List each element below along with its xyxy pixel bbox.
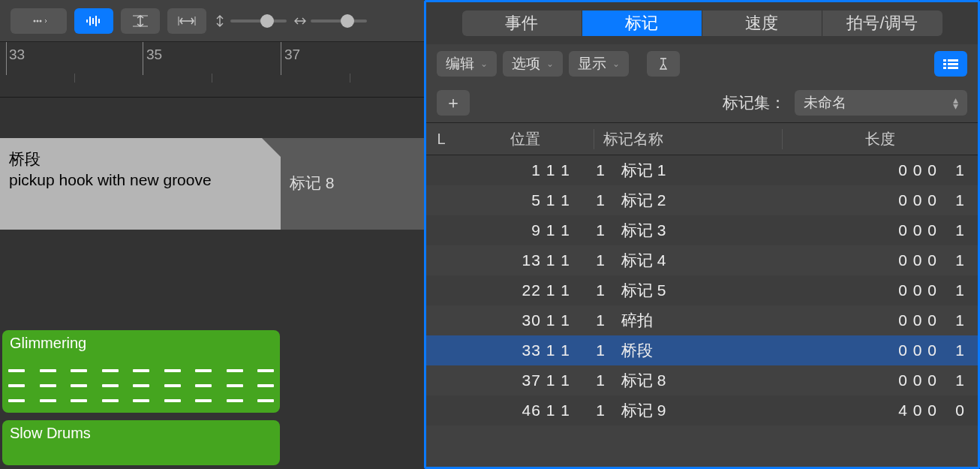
timeline-panel: 33 35 37 桥段 pickup hook with new groove … [0, 0, 424, 469]
row-name[interactable]: 标记 5 [612, 280, 783, 301]
row-position-sub[interactable]: 1 [576, 401, 612, 419]
marker-row[interactable]: 13 1 11标记 40 0 01 [426, 245, 978, 275]
row-length[interactable]: 4 0 0 [783, 401, 945, 419]
add-marker-button[interactable]: ＋ [437, 90, 470, 116]
marker-row[interactable]: 46 1 11标记 94 0 00 [426, 395, 978, 425]
tracks-area[interactable]: 桥段 pickup hook with new groove 标记 8 Glim… [0, 98, 424, 469]
svg-rect-5 [92, 18, 94, 24]
marker-row[interactable]: 22 1 11标记 50 0 01 [426, 275, 978, 305]
row-length-sub[interactable]: 1 [945, 161, 978, 179]
row-length-sub[interactable]: 1 [945, 341, 978, 359]
marker-region-8[interactable]: 标记 8 [281, 138, 424, 230]
clip-slow-drums[interactable]: Slow Drums [2, 420, 280, 465]
row-position-sub[interactable]: 1 [576, 341, 612, 359]
row-length[interactable]: 0 0 0 [783, 281, 945, 299]
horizontal-zoom[interactable] [294, 15, 367, 27]
svg-rect-6 [95, 16, 97, 26]
marker-set-dropdown[interactable]: 未命名 ▴▾ [795, 90, 967, 116]
row-length[interactable]: 0 0 0 [783, 161, 945, 179]
row-position-sub[interactable]: 1 [576, 161, 612, 179]
row-name[interactable]: 标记 8 [612, 370, 783, 391]
row-length[interactable]: 0 0 0 [783, 251, 945, 269]
row-length-sub[interactable]: 1 [945, 221, 978, 239]
display-menu[interactable]: 显示⌄ [569, 51, 629, 77]
marker-row[interactable]: 1 1 11标记 10 0 01 [426, 155, 978, 185]
row-position-sub[interactable]: 1 [576, 311, 612, 329]
row-length-sub[interactable]: 1 [945, 251, 978, 269]
marker-list[interactable]: 1 1 11标记 10 0 015 1 11标记 20 0 019 1 11标记… [426, 155, 978, 467]
marker-region-bridge[interactable]: 桥段 pickup hook with new groove [0, 138, 281, 230]
tab-markers[interactable]: 标记 [582, 11, 702, 36]
svg-point-2 [39, 20, 41, 22]
marker-row[interactable]: 9 1 11标记 30 0 01 [426, 215, 978, 245]
ruler-number: 35 [146, 47, 162, 63]
row-name[interactable]: 标记 3 [612, 220, 783, 241]
row-length[interactable]: 0 0 0 [783, 311, 945, 329]
row-name[interactable]: 标记 1 [612, 160, 783, 181]
row-position[interactable]: 5 1 1 [456, 191, 576, 209]
list-view-button[interactable] [934, 51, 967, 77]
row-length[interactable]: 0 0 0 [783, 221, 945, 239]
tab-events[interactable]: 事件 [462, 11, 582, 36]
horizontal-snap-button[interactable] [167, 8, 206, 34]
row-length[interactable]: 0 0 0 [783, 341, 945, 359]
row-position[interactable]: 9 1 1 [456, 221, 576, 239]
marker-row[interactable]: 37 1 11标记 80 0 01 [426, 365, 978, 395]
svg-point-0 [33, 20, 35, 22]
clip-label: Glimmering [10, 335, 86, 351]
marker-subtitle: pickup hook with new groove [9, 170, 272, 191]
row-length[interactable]: 0 0 0 [783, 191, 945, 209]
row-position-sub[interactable]: 1 [576, 281, 612, 299]
svg-rect-15 [948, 63, 958, 65]
row-position[interactable]: 13 1 1 [456, 251, 576, 269]
timeline-ruler[interactable]: 33 35 37 [0, 42, 424, 98]
row-position[interactable]: 37 1 1 [456, 371, 576, 389]
row-name[interactable]: 标记 9 [612, 400, 783, 421]
svg-rect-14 [943, 63, 946, 65]
marker-row[interactable]: 33 1 11桥段0 0 01 [426, 335, 978, 365]
marker-row[interactable]: 30 1 11碎拍0 0 01 [426, 305, 978, 335]
tab-tempo[interactable]: 速度 [702, 11, 822, 36]
ruler-number: 37 [284, 47, 300, 63]
row-position[interactable]: 30 1 1 [456, 311, 576, 329]
row-position-sub[interactable]: 1 [576, 221, 612, 239]
header-name[interactable]: 标记名称 [594, 129, 783, 149]
vertical-snap-button[interactable] [121, 8, 160, 34]
edit-menu[interactable]: 编辑⌄ [437, 51, 497, 77]
view-menu-button[interactable] [11, 8, 67, 34]
clip-glimmering[interactable]: Glimmering [2, 330, 280, 413]
row-length-sub[interactable]: 1 [945, 311, 978, 329]
row-name[interactable]: 标记 2 [612, 190, 783, 211]
options-menu[interactable]: 选项⌄ [503, 51, 563, 77]
row-position-sub[interactable]: 1 [576, 371, 612, 389]
row-length-sub[interactable]: 1 [945, 371, 978, 389]
row-position[interactable]: 1 1 1 [456, 161, 576, 179]
header-length[interactable]: 长度 [783, 129, 978, 149]
marker-title: 标记 8 [290, 174, 335, 191]
marker-row[interactable]: 5 1 11标记 20 0 01 [426, 185, 978, 215]
tab-signature[interactable]: 拍号/调号 [822, 11, 942, 36]
header-l[interactable]: L [426, 131, 456, 148]
vertical-zoom[interactable] [214, 15, 287, 27]
playhead-filter-button[interactable] [647, 51, 680, 77]
svg-rect-16 [943, 67, 946, 69]
row-length-sub[interactable]: 1 [945, 191, 978, 209]
row-name[interactable]: 桥段 [612, 340, 783, 361]
row-position[interactable]: 46 1 1 [456, 401, 576, 419]
row-position-sub[interactable]: 1 [576, 191, 612, 209]
waveform-tool-button[interactable] [74, 8, 113, 34]
row-position-sub[interactable]: 1 [576, 251, 612, 269]
row-name[interactable]: 碎拍 [612, 310, 783, 331]
header-position[interactable]: 位置 [456, 129, 594, 149]
row-position[interactable]: 22 1 1 [456, 281, 576, 299]
row-position[interactable]: 33 1 1 [456, 341, 576, 359]
list-tabs: 事件 标记 速度 拍号/调号 [426, 2, 978, 44]
timeline-toolbar [0, 0, 424, 42]
svg-rect-12 [943, 59, 946, 62]
row-length-sub[interactable]: 0 [945, 401, 978, 419]
marker-set-label: 标记集： [723, 92, 786, 113]
row-length[interactable]: 0 0 0 [783, 371, 945, 389]
row-name[interactable]: 标记 4 [612, 250, 783, 271]
marker-set-row: ＋ 标记集： 未命名 ▴▾ [426, 83, 978, 122]
row-length-sub[interactable]: 1 [945, 281, 978, 299]
